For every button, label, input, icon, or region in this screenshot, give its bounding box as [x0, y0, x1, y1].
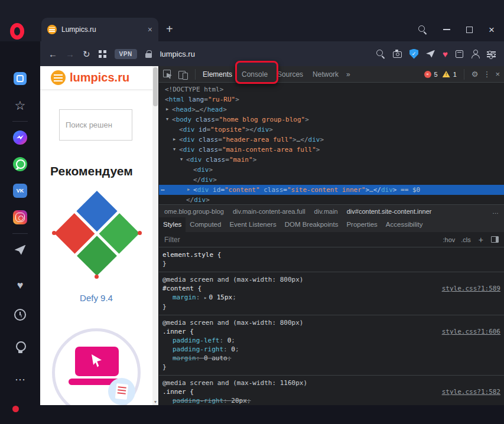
error-count[interactable]: 5	[434, 71, 438, 78]
sidebar-item-messenger[interactable]	[11, 129, 29, 146]
sidebar-item-instagram[interactable]	[11, 208, 29, 226]
url-field[interactable]: lumpics.ru	[160, 50, 368, 58]
css-declaration[interactable]: margin: 0 auto;	[162, 354, 500, 363]
dom-tree-node[interactable]: <html lang="ru-RU">	[159, 94, 504, 105]
breadcrumb-overflow-icon[interactable]: …	[492, 208, 499, 215]
lumpics-logo-icon[interactable]	[51, 70, 66, 85]
panel-tab-accessibility[interactable]: Accessibility	[382, 217, 427, 232]
collapse-arrow-icon[interactable]: ▼	[173, 145, 175, 155]
dom-tree-node[interactable]: </div>	[159, 195, 504, 204]
breadcrumb-item[interactable]: ome.blog.group-blog	[164, 208, 224, 215]
search-icon[interactable]	[418, 25, 427, 34]
sidebar-item-vk[interactable]: VK	[11, 182, 29, 200]
css-media-query[interactable]: @media screen and (max-width: 1160px)	[162, 379, 500, 387]
css-declaration[interactable]: padding-left: 0;	[162, 336, 500, 345]
toggle-class-button[interactable]: .cls	[461, 236, 471, 243]
opera-menu-icon[interactable]	[10, 23, 24, 40]
expand-arrow-icon[interactable]: ▶	[166, 105, 168, 115]
sidebar-item-favorites[interactable]: ♥	[11, 276, 29, 294]
css-selector[interactable]: .inner {	[162, 387, 194, 396]
maximize-window-icon[interactable]	[466, 27, 473, 33]
scrollbar-thumb[interactable]	[153, 67, 158, 106]
css-selector[interactable]: element.style {	[162, 250, 221, 259]
filter-input[interactable]: Filter	[164, 236, 437, 244]
extensions-icon[interactable]	[456, 50, 463, 58]
css-selector[interactable]: #content {	[162, 284, 201, 293]
gear-icon[interactable]: ⚙	[472, 70, 479, 78]
close-window-icon[interactable]: ×	[489, 25, 495, 35]
computed-sidebar-toggle-icon[interactable]	[491, 236, 499, 243]
close-devtools-icon[interactable]: ×	[495, 70, 500, 78]
css-selector[interactable]: .inner {	[162, 327, 194, 336]
panel-tab-dom-breakpoints[interactable]: DOM Breakpoints	[281, 217, 343, 232]
tab-close-icon[interactable]: ×	[148, 25, 152, 34]
lock-icon[interactable]	[145, 50, 152, 58]
devtools-tab-network[interactable]: Network	[308, 66, 343, 83]
collapse-arrow-icon[interactable]: ▼	[180, 155, 183, 165]
sidebar-item-snapshot[interactable]	[11, 338, 29, 356]
dom-tree-node[interactable]: ▶<head>…</head>	[159, 105, 504, 115]
panel-tab-computed[interactable]: Computed	[186, 217, 225, 232]
snapshot-camera-icon[interactable]	[393, 51, 402, 58]
sidebar-item-more[interactable]: ⋯	[11, 371, 29, 389]
css-declaration[interactable]: padding-right: 0;	[162, 345, 500, 354]
panel-tab-event-listeners[interactable]: Event Listeners	[225, 217, 280, 232]
easy-setup-icon[interactable]	[487, 50, 496, 58]
expand-arrow-icon[interactable]: ▶	[173, 135, 175, 145]
dom-tree-node[interactable]: <div>	[159, 165, 504, 175]
new-style-rule-button[interactable]: +	[479, 236, 483, 244]
collapse-arrow-icon[interactable]: ▼	[166, 115, 168, 125]
expand-arrow-icon[interactable]: ▶	[187, 185, 190, 195]
minimize-window-icon[interactable]	[443, 29, 450, 30]
device-toolbar-icon[interactable]	[178, 70, 188, 79]
toggle-hover-state-button[interactable]: :hov	[443, 236, 456, 243]
speed-dial-grid-icon[interactable]	[99, 50, 106, 58]
dom-tree-node[interactable]: <div id="topsite"></div>	[159, 125, 504, 135]
dom-tree-node[interactable]: <!DOCTYPE html>	[159, 84, 504, 94]
sidebar-item-bookmarks[interactable]: ☆	[11, 96, 29, 114]
stylesheet-source-link[interactable]: style.css?1:606	[437, 327, 500, 336]
breadcrumb-item[interactable]: div#content.site-content.inner	[347, 208, 432, 215]
stylesheet-source-link[interactable]: style.css?1:582	[437, 387, 500, 396]
error-badge-icon[interactable]: ×	[424, 71, 431, 78]
dom-tree-node[interactable]: ▶⋯<div id="content" class="site-content …	[159, 185, 504, 195]
panel-tab-properties[interactable]: Properties	[342, 217, 381, 232]
dom-tree-node[interactable]: ▼<body class="home blog group-blog">	[159, 115, 504, 125]
more-options-icon[interactable]: ⋮	[483, 70, 490, 78]
product-name-link[interactable]: Defy 9.4	[40, 293, 152, 303]
css-declaration[interactable]: margin: ▸0 15px;	[162, 293, 500, 302]
css-media-query[interactable]: @media screen and (max-width: 800px)	[162, 275, 500, 284]
dom-tree-node[interactable]: ▼<div class="main-content-area full">	[159, 145, 504, 155]
product-logo[interactable]	[53, 189, 141, 278]
reload-icon[interactable]: ↻	[83, 50, 90, 58]
breadcrumb-item[interactable]: div.main	[314, 208, 338, 215]
sidebar-item-whatsapp[interactable]	[11, 155, 29, 173]
adblock-shield-icon[interactable]: ✓	[409, 49, 418, 59]
stylesheet-source-link[interactable]: style.css?1:589	[437, 284, 500, 293]
inspect-element-icon[interactable]	[163, 70, 173, 79]
node-menu-icon[interactable]: ⋯	[161, 185, 165, 195]
bookmark-heart-icon[interactable]: ♥	[443, 50, 448, 58]
page-scrollbar[interactable]: ▾	[152, 66, 158, 405]
scrollbar-down-icon[interactable]: ▾	[152, 399, 158, 405]
sidebar-item-history[interactable]	[11, 306, 29, 324]
warning-count[interactable]: 1	[453, 71, 457, 78]
css-declaration[interactable]: padding-right: 20px;	[162, 396, 500, 405]
more-tabs-icon[interactable]: »	[343, 70, 353, 79]
profile-icon[interactable]	[471, 50, 479, 58]
site-logo-text[interactable]: lumpics.ru	[70, 71, 129, 84]
new-tab-button[interactable]: +	[166, 23, 173, 35]
panel-tab-styles[interactable]: Styles	[159, 217, 186, 232]
sidebar-item-my-flow[interactable]	[11, 241, 29, 259]
dom-tree-node[interactable]: ▼<div class="main">	[159, 155, 504, 165]
browser-tab[interactable]: Lumpics.ru ×	[41, 18, 158, 41]
site-search-input[interactable]: Поиск решен	[59, 109, 132, 141]
back-icon[interactable]: ←	[48, 50, 57, 58]
forward-icon[interactable]: →	[66, 50, 74, 58]
dom-tree-node[interactable]: </div>	[159, 175, 504, 185]
my-flow-icon[interactable]	[426, 50, 435, 58]
vpn-badge[interactable]: VPN	[115, 49, 137, 59]
breadcrumb-item[interactable]: div.main-content-area.full	[233, 208, 305, 215]
css-media-query[interactable]: @media screen and (max-width: 800px)	[162, 318, 500, 327]
warning-badge-icon[interactable]: !	[443, 71, 450, 77]
